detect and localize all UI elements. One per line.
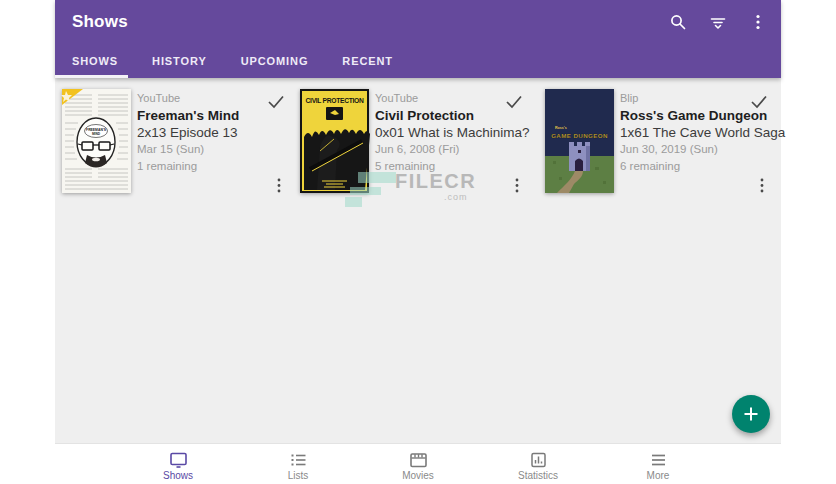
show-network: Blip [620,90,750,107]
toolbar-actions [665,0,771,44]
show-poster[interactable]: CIVIL PROTECTION [300,89,369,193]
show-remaining: 1 remaining [137,158,267,175]
show-network: YouTube [375,90,505,107]
svg-text:GAME DUNGEON: GAME DUNGEON [551,132,608,139]
list-icon [289,451,308,469]
tab-bar: SHOWS HISTORY UPCOMING RECENT [55,44,781,78]
watched-check-icon[interactable] [267,94,285,110]
nav-item-movies[interactable]: Movies [358,445,478,484]
nav-label: Movies [402,470,434,481]
show-title: Ross's Game Dungeon [620,107,750,124]
show-poster[interactable]: Ross's GAME DUNGEON [545,89,614,193]
item-overflow-icon[interactable] [511,177,523,193]
svg-text:MIND: MIND [92,132,101,136]
show-date: Mar 15 (Sun) [137,141,267,158]
show-poster[interactable]: FREEMAN'S MIND [62,89,131,193]
tab-history[interactable]: HISTORY [135,44,224,78]
svg-text:Ross's: Ross's [555,126,567,130]
bottom-navigation: Shows Lists [0,445,836,484]
nav-label: Statistics [518,470,558,481]
show-meta: Blip Ross's Game Dungeon 1x61 The Cave W… [620,89,750,175]
show-title: Freeman's Mind [137,107,267,124]
nav-item-shows[interactable]: Shows [118,445,238,484]
active-tab-indicator [55,75,128,78]
watched-check-icon[interactable] [750,94,768,110]
show-item-ross-game-dungeon[interactable]: Ross's GAME DUNGEON Blip Ro [545,89,783,201]
show-remaining: 6 remaining [620,158,750,175]
nav-item-lists[interactable]: Lists [238,445,358,484]
tab-upcoming[interactable]: UPCOMING [224,44,326,78]
show-remaining: 5 remaining [375,158,505,175]
movie-icon [409,451,428,469]
watched-check-icon[interactable] [505,94,523,110]
show-title: Civil Protection [375,107,505,124]
show-episode: 0x01 What is Machinima? [375,124,505,141]
nav-item-statistics[interactable]: Statistics [478,445,598,484]
nav-label: More [647,470,670,481]
overflow-icon[interactable] [745,9,771,35]
show-episode: 2x13 Episode 13 [137,124,267,141]
nav-item-more[interactable]: More [598,445,718,484]
show-date: Jun 30, 2019 (Sun) [620,141,750,158]
page-title: Shows [72,12,128,32]
add-show-fab[interactable] [732,395,770,433]
tab-recent[interactable]: RECENT [325,44,410,78]
stats-icon [529,451,548,469]
search-icon[interactable] [665,9,691,35]
show-meta: YouTube Freeman's Mind 2x13 Episode 13 M… [137,89,267,175]
show-network: YouTube [137,90,267,107]
app-bar: Shows [55,0,781,78]
menu-icon [649,451,668,469]
toolbar: Shows [55,0,781,44]
show-meta: YouTube Civil Protection 0x01 What is Ma… [375,89,505,175]
show-item-freemans-mind[interactable]: FREEMAN'S MIND YouTube Freeman's Mind 2 [62,89,300,201]
app-screen: Shows [0,0,836,484]
nav-label: Shows [163,470,193,481]
filter-icon[interactable] [705,9,731,35]
svg-text:CIVIL PROTECTION: CIVIL PROTECTION [306,97,364,104]
freeman-face: FREEMAN'S MIND [77,118,115,168]
nav-label: Lists [288,470,309,481]
item-overflow-icon[interactable] [273,177,285,193]
show-date: Jun 6, 2008 (Fri) [375,141,505,158]
show-item-civil-protection[interactable]: CIVIL PROTECTION YouTube [300,89,538,201]
castle [569,142,590,171]
tab-shows[interactable]: SHOWS [55,44,135,78]
shows-grid: FREEMAN'S MIND YouTube Freeman's Mind 2 [55,78,781,444]
item-overflow-icon[interactable] [756,177,768,193]
show-episode: 1x61 The Cave World Saga [620,124,750,141]
tv-icon [169,451,188,469]
plus-icon [743,406,759,422]
